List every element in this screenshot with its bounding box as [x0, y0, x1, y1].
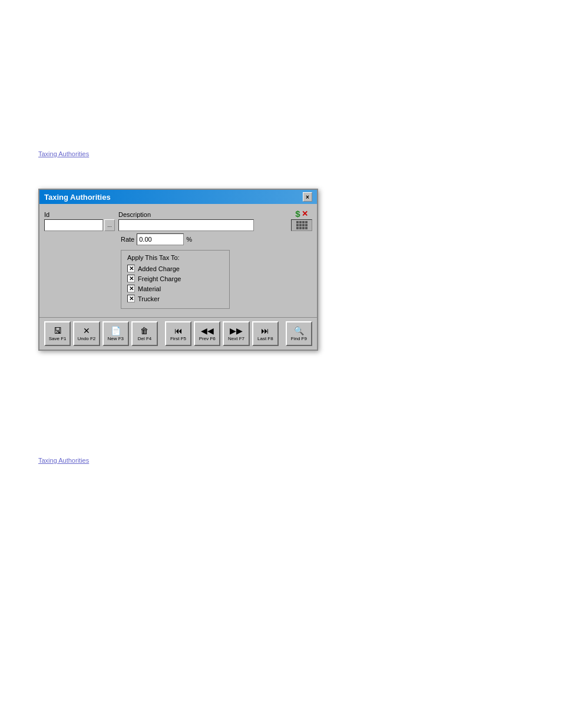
- save-label: Save F1: [49, 337, 67, 341]
- find-label: Find F9: [291, 337, 307, 341]
- redx-icon: ✕: [302, 209, 308, 218]
- apply-tax-groupbox: Apply This Tax To: ✕ Added Charge ✕ Frei…: [121, 250, 230, 309]
- undo-icon: ✕: [83, 326, 90, 335]
- find-icon: 🔍: [294, 326, 304, 335]
- new-icon: 📄: [111, 326, 121, 335]
- dialog-titlebar: Taxing Authorities ×: [39, 190, 317, 204]
- save-icon: 🖫: [54, 326, 62, 335]
- added-charge-row: ✕ Added Charge: [127, 265, 223, 272]
- description-label: Description: [118, 211, 287, 218]
- added-charge-checkbox[interactable]: ✕: [127, 265, 135, 272]
- rate-label: Rate: [121, 236, 134, 243]
- last-button[interactable]: ⏭ Last F8: [252, 321, 279, 346]
- delete-label: Del F4: [138, 337, 152, 341]
- next-label: Next F7: [228, 337, 244, 341]
- next-button[interactable]: ▶▶ Next F7: [223, 321, 249, 346]
- added-charge-label: Added Charge: [138, 265, 180, 272]
- rate-row: Rate %: [121, 233, 312, 245]
- dollar-icon: $: [295, 209, 300, 219]
- material-row: ✕ Material: [127, 285, 223, 292]
- bottom-link[interactable]: Taxing Authorities: [38, 457, 89, 464]
- dialog-title: Taxing Authorities: [44, 193, 111, 202]
- delete-button[interactable]: 🗑 Del F4: [131, 321, 158, 346]
- grid-icon: [291, 219, 312, 231]
- id-label: Id: [44, 211, 115, 218]
- rate-suffix: %: [186, 236, 192, 243]
- prev-label: Prev F6: [199, 337, 216, 341]
- find-button[interactable]: 🔍 Find F9: [286, 321, 312, 346]
- new-button[interactable]: 📄 New F3: [103, 321, 129, 346]
- last-icon: ⏭: [261, 326, 269, 335]
- first-label: First F5: [170, 337, 186, 341]
- trucker-checkbox[interactable]: ✕: [127, 295, 135, 302]
- undo-label: Undo F2: [78, 337, 96, 341]
- dialog-body: Id ... Description $ ✕: [39, 204, 317, 317]
- rate-input[interactable]: [137, 233, 184, 245]
- freight-charge-checkbox[interactable]: ✕: [127, 275, 135, 282]
- first-button[interactable]: ⏮ First F5: [165, 321, 191, 346]
- freight-charge-label: Freight Charge: [138, 275, 181, 282]
- taxing-authorities-dialog: Taxing Authorities × Id ... Description: [38, 189, 318, 351]
- id-input[interactable]: [44, 219, 103, 231]
- material-label: Material: [138, 285, 161, 292]
- undo-button[interactable]: ✕ Undo F2: [73, 321, 100, 346]
- prev-icon: ◀◀: [201, 326, 214, 335]
- dialog-toolbar: 🖫 Save F1 ✕ Undo F2 📄 New F3 🗑 Del F4 ⏮ …: [39, 317, 317, 350]
- prev-button[interactable]: ◀◀ Prev F6: [194, 321, 220, 346]
- id-browse-button[interactable]: ...: [104, 219, 115, 231]
- last-label: Last F8: [257, 337, 273, 341]
- groupbox-legend: Apply This Tax To:: [127, 254, 223, 261]
- new-label: New F3: [107, 337, 124, 341]
- delete-icon: 🗑: [140, 326, 148, 335]
- description-input[interactable]: [118, 219, 254, 231]
- trucker-label: Trucker: [138, 295, 160, 302]
- next-icon: ▶▶: [230, 326, 243, 335]
- top-link[interactable]: Taxing Authorities: [38, 150, 89, 157]
- material-checkbox[interactable]: ✕: [127, 285, 135, 292]
- save-button[interactable]: 🖫 Save F1: [44, 321, 71, 346]
- first-icon: ⏮: [174, 326, 183, 335]
- close-button[interactable]: ×: [303, 192, 312, 202]
- trucker-row: ✕ Trucker: [127, 295, 223, 302]
- freight-charge-row: ✕ Freight Charge: [127, 275, 223, 282]
